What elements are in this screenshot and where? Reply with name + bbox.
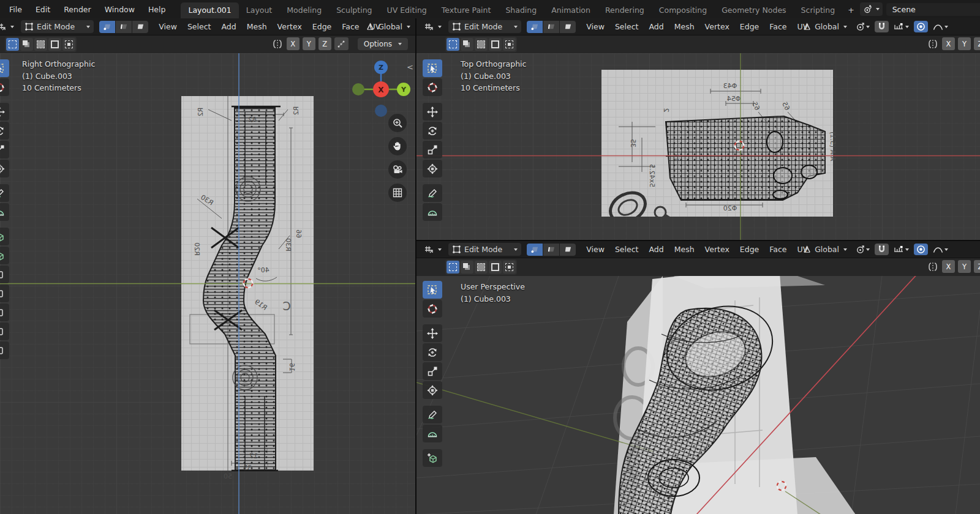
menu-view[interactable]: View [154,20,182,33]
menu-edge[interactable]: Edge [735,20,764,33]
mirror-x-button[interactable]: X [942,37,955,50]
measure-tool[interactable] [0,203,9,221]
edge-select-button[interactable] [543,21,559,33]
vertex-select-button[interactable] [99,21,115,33]
tweak-select-tool[interactable] [423,59,442,77]
menu-face[interactable]: Face [337,20,364,33]
menu-vertex[interactable]: Vertex [700,20,734,33]
menu-add[interactable]: Add [644,20,668,33]
add-cube-tool[interactable] [0,228,9,245]
cursor-tool[interactable] [0,78,9,96]
measure-tool[interactable] [423,203,442,221]
select-extend-button[interactable] [20,38,33,51]
workspace-tab-modeling[interactable]: Modeling [279,2,329,18]
menu-face[interactable]: Face [764,20,791,33]
extrude-tool[interactable] [0,247,9,264]
menu-window[interactable]: Window [98,2,141,17]
camera-view-button[interactable] [388,160,407,179]
mode-selector[interactable]: Edit Mode [448,243,521,256]
menu-add[interactable]: Add [644,243,668,256]
editor-type-selector[interactable] [420,243,445,256]
select-subtract-button[interactable] [475,38,488,51]
menu-edge[interactable]: Edge [735,243,764,256]
workspace-tab-shading[interactable]: Shading [498,2,544,18]
select-intersect-button[interactable] [62,38,75,51]
orientation-selector[interactable]: Global [799,243,851,256]
tweak-select-tool[interactable] [0,59,9,77]
workspace-tab-sculpting[interactable]: Sculpting [329,2,379,18]
scale-tool[interactable] [423,362,442,380]
rotate-tool[interactable] [423,122,442,140]
menu-mesh[interactable]: Mesh [242,20,272,33]
proportional-editing-toggle[interactable] [914,21,928,32]
select-set-button[interactable] [6,38,19,51]
select-subtract-button[interactable] [475,261,488,274]
select-extend-button[interactable] [461,261,473,274]
inset-faces-tool[interactable] [0,266,9,283]
menu-mesh[interactable]: Mesh [669,20,699,33]
transform-tool[interactable] [0,160,9,177]
falloff-selector[interactable] [930,244,951,255]
options-selector[interactable]: Options [358,38,408,50]
mirror-y-button[interactable]: Y [303,37,315,50]
pivot-point-selector[interactable] [853,244,872,255]
mode-selector[interactable]: Edit Mode [448,20,521,33]
add-workspace-button[interactable]: + [842,2,859,18]
navigation-gizmo[interactable]: Z Y X [349,54,413,121]
menu-select[interactable]: Select [183,20,216,33]
scale-tool[interactable] [0,141,9,158]
zoom-button[interactable] [388,114,407,132]
transform-tool[interactable] [423,160,442,177]
workspace-tab-animation[interactable]: Animation [544,2,598,18]
pivot-point-selector[interactable] [853,21,872,32]
bevel-tool[interactable] [0,285,9,302]
menu-view[interactable]: View [581,20,609,33]
rotate-tool[interactable] [0,122,9,140]
mirror-z-button[interactable]: Z [974,260,980,273]
pan-button[interactable] [388,137,407,155]
select-set-button[interactable] [447,38,459,51]
mirror-z-button[interactable]: Z [974,37,980,50]
select-subtract-button[interactable] [34,38,47,51]
viewport-canvas-3d[interactable]: 82 R2 R2 66 R30 R20 R30 40° R19 C 16 17 … [0,53,415,514]
snap-toggle[interactable] [875,244,889,255]
menu-file[interactable]: File [2,2,29,17]
select-intersect-button[interactable] [503,261,516,274]
vertex-select-button[interactable] [527,21,543,33]
gizmo-axis-neg-y[interactable] [352,83,364,95]
gizmo-axis-neg-z[interactable] [375,105,387,117]
viewport-canvas-3d[interactable]: User Perspective (1) Cube.003 [417,276,980,514]
loop-cut-tool[interactable] [0,304,9,321]
menu-view[interactable]: View [581,243,609,256]
annotate-tool[interactable] [0,184,9,202]
ortho-toggle-button[interactable] [388,184,407,202]
menu-select[interactable]: Select [610,243,644,256]
mirror-x-button[interactable]: X [287,37,300,50]
menu-edit[interactable]: Edit [29,2,57,17]
face-select-button[interactable] [560,21,576,33]
select-invert-button[interactable] [489,38,502,51]
menu-render[interactable]: Render [57,2,98,17]
annotate-tool[interactable] [423,184,442,202]
mirror-z-button[interactable]: Z [318,37,331,50]
mirror-y-button[interactable]: Y [958,37,971,50]
menu-face[interactable]: Face [764,243,791,256]
select-set-button[interactable] [447,261,459,274]
proportional-editing-toggle[interactable] [914,244,928,255]
menu-select[interactable]: Select [610,20,644,33]
workspace-tab-uv-editing[interactable]: UV Editing [380,2,434,18]
workspace-tab-geometry-nodes[interactable]: Geometry Nodes [714,2,793,18]
menu-vertex[interactable]: Vertex [273,20,307,33]
sidebar-toggle[interactable]: < [407,63,413,71]
vertex-select-button[interactable] [527,244,543,256]
workspace-tab-rendering[interactable]: Rendering [598,2,652,18]
orientation-selector[interactable]: Global [362,20,414,33]
workspace-tab-layout[interactable]: Layout [239,2,280,18]
snap-target-selector[interactable] [891,21,911,32]
tweak-select-tool[interactable] [423,281,442,299]
scene-browse-button[interactable] [860,2,883,16]
cursor-tool[interactable] [423,300,442,318]
editor-type-selector[interactable] [420,20,445,34]
proportional-falloff-icon[interactable] [334,37,349,50]
workspace-tab-scripting[interactable]: Scripting [794,2,843,18]
